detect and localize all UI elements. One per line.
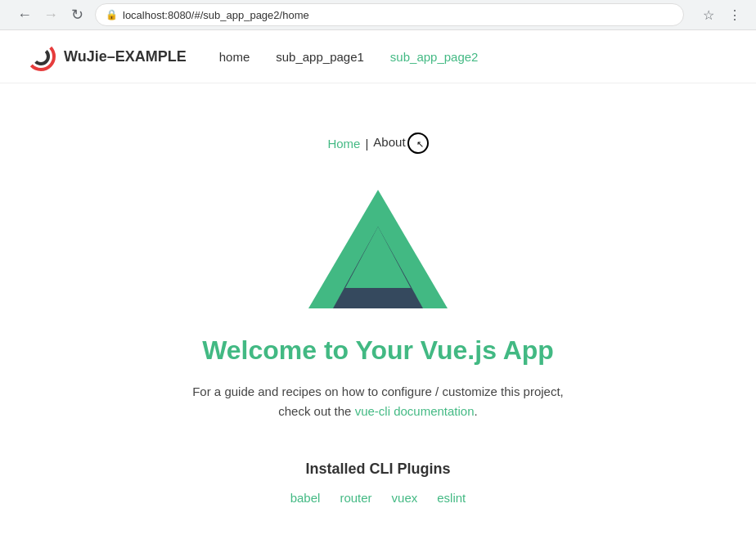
- svg-point-1: [34, 49, 48, 64]
- browser-forward-button[interactable]: →: [39, 3, 62, 26]
- browser-actions: ☆ ⋮: [697, 3, 746, 26]
- vue-logo-svg: [304, 173, 452, 312]
- plugins-title: Installed CLI Plugins: [305, 461, 450, 478]
- plugin-vuex[interactable]: vuex: [392, 491, 418, 505]
- menu-button[interactable]: ⋮: [723, 3, 746, 26]
- plugin-babel[interactable]: babel: [290, 491, 321, 505]
- nav-home[interactable]: home: [219, 50, 250, 64]
- wujie-logo-icon: [26, 42, 56, 71]
- app-header: WuJie–EXAMPLE home sub_app_page1 sub_app…: [0, 30, 756, 83]
- svg-point-0: [28, 43, 54, 70]
- vue-cli-doc-link[interactable]: vue-cli documentation: [355, 404, 475, 418]
- nav-sub-app-page1[interactable]: sub_app_page1: [276, 50, 364, 64]
- bookmark-button[interactable]: ☆: [697, 3, 720, 26]
- plugin-router[interactable]: router: [340, 491, 371, 505]
- lock-icon: 🔒: [106, 9, 118, 20]
- url-text: localhost:8080/#/sub_app_page2/home: [123, 9, 309, 21]
- cursor-arrow-icon: ↖: [416, 139, 424, 150]
- browser-reload-button[interactable]: ↻: [65, 3, 88, 26]
- vue-logo: [304, 173, 452, 316]
- app-logo: WuJie–EXAMPLE: [26, 42, 187, 71]
- nav-sub-app-page2[interactable]: sub_app_page2: [390, 50, 479, 64]
- welcome-description: For a guide and recipes on how to config…: [192, 382, 564, 421]
- address-bar[interactable]: 🔒 localhost:8080/#/sub_app_page2/home: [95, 3, 684, 26]
- inner-nav: Home | About↖: [327, 133, 428, 154]
- inner-nav-home[interactable]: Home: [327, 137, 360, 151]
- browser-back-button[interactable]: ←: [13, 3, 36, 26]
- plugin-eslint[interactable]: eslint: [437, 491, 466, 505]
- browser-chrome: ← → ↻ 🔒 localhost:8080/#/sub_app_page2/h…: [0, 0, 756, 30]
- inner-nav-separator: |: [365, 137, 368, 151]
- main-content: Home | About↖ Welcome to Your Vue.js App…: [0, 83, 756, 553]
- app-nav: home sub_app_page1 sub_app_page2: [219, 50, 479, 64]
- cursor-circle-icon: ↖: [407, 133, 429, 154]
- welcome-title: Welcome to Your Vue.js App: [202, 335, 554, 366]
- browser-nav-buttons: ← → ↻: [13, 3, 88, 26]
- inner-nav-about[interactable]: About↖: [373, 133, 428, 154]
- address-bar-container: 🔒 localhost:8080/#/sub_app_page2/home: [95, 3, 684, 26]
- app-title: WuJie–EXAMPLE: [64, 48, 187, 65]
- plugin-links: babel router vuex eslint: [290, 491, 466, 505]
